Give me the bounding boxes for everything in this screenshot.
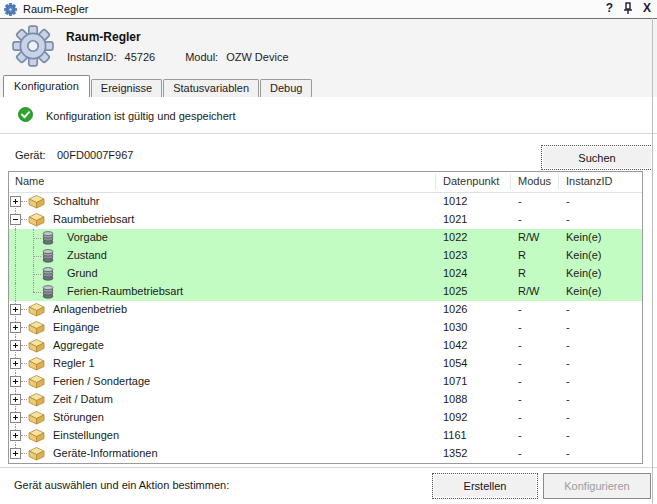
tree-item-label: Schaltuhr: [53, 195, 99, 207]
search-button[interactable]: Suchen: [541, 145, 653, 170]
instanzid-cell: -: [566, 447, 570, 459]
tree-item-label: Anlagenbetrieb: [53, 303, 127, 315]
modus-cell: -: [518, 339, 522, 351]
tab-konfiguration[interactable]: Konfiguration: [3, 75, 90, 97]
datenpunkt-cell: 1012: [443, 195, 467, 207]
package-icon: [28, 428, 45, 443]
configure-button[interactable]: Konfigurieren: [543, 473, 651, 499]
expand-icon[interactable]: [10, 430, 21, 441]
expand-icon[interactable]: [10, 376, 21, 387]
tree-item-label: Eingänge: [53, 321, 100, 333]
expand-icon[interactable]: [10, 340, 21, 351]
column-header-datenpunkt[interactable]: Datenpunkt: [443, 175, 499, 187]
modus-cell: R/W: [518, 231, 539, 243]
modus-cell: -: [518, 411, 522, 423]
table-body: Schaltuhr1012--Raumbetriebsart1021--Vorg…: [9, 193, 642, 463]
modus-cell: -: [518, 429, 522, 441]
tab-debug[interactable]: Debug: [260, 79, 312, 97]
device-value: 00FD0007F967: [57, 149, 133, 161]
column-header-name[interactable]: Name: [15, 175, 44, 187]
tree-item-label: Vorgabe: [67, 231, 108, 243]
datenpunkt-cell: 1023: [443, 249, 467, 261]
modus-cell: -: [518, 303, 522, 315]
expand-icon[interactable]: [10, 412, 21, 423]
instanzid-cell: -: [566, 303, 570, 315]
tree-item-label: Regler 1: [53, 357, 95, 369]
tree-item-label: Zustand: [67, 249, 107, 261]
instanzid-cell: Kein(e): [566, 249, 601, 261]
tree-item-label: Geräte-Informationen: [53, 447, 158, 459]
datenpunkt-cell: 1022: [443, 231, 467, 243]
instanzid-cell: -: [566, 195, 570, 207]
datenpunkt-cell: 1071: [443, 375, 467, 387]
table-row[interactable]: Einstellungen1161--: [9, 427, 642, 445]
tree-item-label: Raumbetriebsart: [53, 213, 134, 225]
expand-icon[interactable]: [10, 448, 21, 459]
header: Raum-Regler InstanzID:45726Modul:OZW Dev…: [0, 19, 657, 76]
table-row[interactable]: Anlagenbetrieb1026--: [9, 301, 642, 319]
package-icon: [28, 212, 45, 227]
package-icon: [28, 356, 45, 371]
config-table: Name Datenpunkt Modus InstanzID Schaltuh…: [8, 171, 643, 464]
instanzid-cell: -: [566, 213, 570, 225]
help-icon[interactable]: ?: [606, 0, 613, 17]
expand-icon[interactable]: [10, 394, 21, 405]
tab-statusvariablen[interactable]: Statusvariablen: [163, 79, 259, 97]
datenpunkt-cell: 1054: [443, 357, 467, 369]
pin-icon[interactable]: [623, 2, 633, 15]
datenpunkt-cell: 1021: [443, 213, 467, 225]
datenpunkt-cell: 1025: [443, 285, 467, 297]
expand-icon[interactable]: [10, 304, 21, 315]
table-row[interactable]: Regler 11054--: [9, 355, 642, 373]
status-row: Konfiguration ist gültig und gespeichert: [0, 97, 657, 133]
collapse-icon[interactable]: [10, 214, 21, 225]
table-row[interactable]: Vorgabe1022R/WKein(e): [9, 229, 642, 247]
instanzid-cell: -: [566, 393, 570, 405]
database-icon: [42, 285, 54, 299]
table-row[interactable]: Grund1024RKein(e): [9, 265, 642, 283]
header-subtitle: InstanzID:45726Modul:OZW Device: [67, 51, 289, 63]
table-row[interactable]: Ferien / Sondertage1071--: [9, 373, 642, 391]
table-row[interactable]: Aggregate1042--: [9, 337, 642, 355]
instanzid-cell: Kein(e): [566, 231, 601, 243]
expand-icon[interactable]: [10, 358, 21, 369]
column-header-modus[interactable]: Modus: [518, 175, 551, 187]
tree-item-label: Aggregate: [53, 339, 104, 351]
create-button[interactable]: Erstellen: [432, 473, 538, 499]
table-row[interactable]: Schaltuhr1012--: [9, 193, 642, 211]
tab-ereignisse[interactable]: Ereignisse: [91, 79, 162, 97]
column-header-instanzid[interactable]: InstanzID: [566, 175, 612, 187]
table-row[interactable]: Zustand1023RKein(e): [9, 247, 642, 265]
table-row[interactable]: Geräte-Informationen1352--: [9, 445, 642, 463]
window-gear-icon: [4, 3, 17, 16]
table-row[interactable]: Ferien-Raumbetriebsart1025R/WKein(e): [9, 283, 642, 301]
tab-strip: KonfigurationEreignisseStatusvariablenDe…: [0, 75, 657, 97]
tree-item-label: Grund: [67, 267, 98, 279]
instanzid-cell: -: [566, 321, 570, 333]
modus-cell: -: [518, 375, 522, 387]
panel-right-edge: [652, 18, 653, 504]
instanzid-value: 45726: [125, 51, 156, 63]
instanzid-cell: -: [566, 429, 570, 441]
table-row[interactable]: Raumbetriebsart1021--: [9, 211, 642, 229]
expand-icon[interactable]: [10, 196, 21, 207]
package-icon: [28, 410, 45, 425]
package-icon: [28, 302, 45, 317]
table-row[interactable]: Störungen1092--: [9, 409, 642, 427]
expand-icon[interactable]: [10, 322, 21, 333]
instanzid-cell: -: [566, 357, 570, 369]
tree-item-label: Ferien / Sondertage: [53, 375, 150, 387]
modus-cell: -: [518, 357, 522, 369]
tree-item-label: Ferien-Raumbetriebsart: [67, 285, 183, 297]
package-icon: [28, 320, 45, 335]
table-row[interactable]: Zeit / Datum1088--: [9, 391, 642, 409]
instanzid-cell: -: [566, 375, 570, 387]
database-icon: [42, 249, 54, 263]
table-row[interactable]: Eingänge1030--: [9, 319, 642, 337]
footer-prompt: Gerät auswählen und ein Aktion bestimmen…: [14, 479, 229, 491]
modus-cell: -: [518, 195, 522, 207]
tree-item-label: Einstellungen: [53, 429, 119, 441]
datenpunkt-cell: 1352: [443, 447, 467, 459]
close-icon[interactable]: X: [643, 0, 651, 17]
datenpunkt-cell: 1042: [443, 339, 467, 351]
